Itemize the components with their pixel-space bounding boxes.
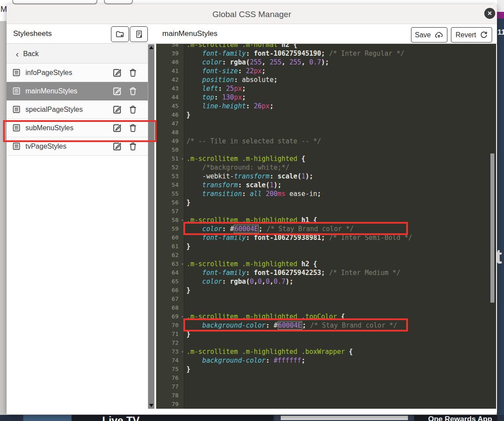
edit-stylesheet-button[interactable] <box>112 123 122 133</box>
code-line-40[interactable]: 40 color: rgba(255, 255, 255, 0.7); <box>156 58 496 67</box>
new-stylesheet-button[interactable] <box>130 26 148 42</box>
fold-gutter <box>179 242 186 251</box>
new-folder-button[interactable] <box>111 26 129 42</box>
code-line-72[interactable]: 72 <box>156 339 496 347</box>
line-number: 53 <box>156 172 179 181</box>
code-line-69[interactable]: 69▾.m-scrollitem .m-highlighted .topColo… <box>156 312 496 321</box>
code-line-45[interactable]: 45 line-height: 26px; <box>156 102 496 111</box>
fold-arrow-icon[interactable]: ▾ <box>179 216 186 225</box>
code-line-46[interactable]: 46} <box>156 111 496 119</box>
code-line-76[interactable]: 76 <box>156 374 496 382</box>
fold-arrow-icon[interactable]: ▾ <box>179 260 186 268</box>
code-line-54[interactable]: 54 transform: scale(1); <box>156 181 496 189</box>
code-line-78[interactable]: 78 <box>156 391 496 400</box>
delete-stylesheet-button[interactable] <box>128 141 138 152</box>
stylesheet-item-mainMenuStyles[interactable]: mainMenuStyles <box>7 82 148 100</box>
code-line-49[interactable]: 49/* -- Tile in selected state -- */ <box>156 137 496 146</box>
code-line-66[interactable]: 66} <box>156 286 496 295</box>
line-number: 55 <box>156 189 179 198</box>
code-tokens: .m-scrollitem .m-highlighted h2 { <box>186 260 496 268</box>
fold-arrow-icon[interactable]: ▾ <box>179 312 186 321</box>
code-line-47[interactable]: 47 <box>156 119 496 128</box>
line-number: 68 <box>156 303 179 312</box>
code-line-60[interactable]: 60 font-family: font-106275938981; /* In… <box>156 233 496 242</box>
line-number: 40 <box>156 58 179 67</box>
code-line-43[interactable]: 43 left: 25px; <box>156 84 496 93</box>
background-number: 11 <box>497 28 504 37</box>
code-line-55[interactable]: 55 transition: all 200ms ease-in; <box>156 189 496 198</box>
delete-stylesheet-button[interactable] <box>128 86 138 96</box>
edit-stylesheet-button[interactable] <box>112 141 122 152</box>
line-number: 48 <box>156 128 179 137</box>
code-tokens: font-size: 22px; <box>186 67 496 75</box>
sidebar-scrollbar[interactable] <box>148 44 154 409</box>
line-number: 70 <box>156 321 179 330</box>
code-line-57[interactable]: 57 <box>156 207 496 216</box>
fold-gutter <box>179 172 186 181</box>
fold-gutter <box>179 382 186 391</box>
code-line-59[interactable]: 59 color: #60004E; /* Stay Brand color *… <box>156 225 496 233</box>
close-button[interactable]: ✕ <box>484 8 495 19</box>
fold-gutter <box>179 339 186 347</box>
code-tokens: background-color: #60004E; /* Stay Brand… <box>186 321 496 330</box>
code-line-75[interactable]: 75} <box>156 365 496 374</box>
code-line-79[interactable]: 79 <box>156 400 496 409</box>
code-line-58[interactable]: 58▾.m-scrollitem .m-highlighted h1 { <box>156 216 496 225</box>
code-line-70[interactable]: 70 background-color: #60004E; /* Stay Br… <box>156 321 496 330</box>
edit-stylesheet-button[interactable] <box>112 86 122 96</box>
fold-gutter <box>179 49 186 58</box>
code-line-68[interactable]: 68 <box>156 303 496 312</box>
code-line-51[interactable]: 51▾.m-scrollitem .m-highlighted { <box>156 154 496 163</box>
code-line-62[interactable]: 62 <box>156 251 496 260</box>
revert-button[interactable]: Revert <box>451 27 492 43</box>
code-tokens: position: absolute; <box>186 75 496 84</box>
line-number: 78 <box>156 391 179 400</box>
code-line-38[interactable]: 38.m-scrollitem .m-normal h2 { <box>156 44 496 49</box>
code-line-63[interactable]: 63▾.m-scrollitem .m-highlighted h2 { <box>156 260 496 268</box>
screen: M 11 t Live TV One Rewards App Global CS… <box>0 0 504 421</box>
code-line-39[interactable]: 39 font-family: font-106275945190; /* In… <box>156 49 496 58</box>
stylesheet-item-specialPageStyles[interactable]: specialPageStyles <box>7 100 148 119</box>
code-line-73[interactable]: 73▾.m-scrollitem .m-highlighted .boxWrap… <box>156 347 496 356</box>
delete-stylesheet-button[interactable] <box>128 104 138 115</box>
code-line-77[interactable]: 77 <box>156 382 496 391</box>
edit-stylesheet-button[interactable] <box>112 104 122 115</box>
code-tokens <box>186 119 496 128</box>
code-line-44[interactable]: 44 top: 130px; <box>156 93 496 102</box>
code-lines: 38.m-scrollitem .m-normal h2 {39 font-fa… <box>156 44 496 409</box>
code-line-41[interactable]: 41 font-size: 22px; <box>156 67 496 75</box>
stylesheet-item-tvPageStyles[interactable]: tvPageStyles <box>7 137 148 156</box>
stylesheets-title: Stylesheets <box>13 29 52 38</box>
code-line-52[interactable]: 52 /*background: white;*/ <box>156 163 496 172</box>
stylesheet-item-infoPageStyles[interactable]: infoPageStyles <box>7 64 148 82</box>
code-line-50[interactable]: 50 <box>156 146 496 154</box>
code-tokens: transition: all 200ms ease-in; <box>186 189 496 198</box>
code-tokens: .m-scrollitem .m-highlighted .boxWrapper… <box>186 347 496 356</box>
code-line-53[interactable]: 53 -webkit-transform: scale(1); <box>156 172 496 181</box>
save-button[interactable]: Save <box>411 27 447 43</box>
edit-stylesheet-button[interactable] <box>112 68 122 78</box>
code-line-65[interactable]: 65 color: rgba(0,0,0,0.7); <box>156 277 496 286</box>
code-line-67[interactable]: 67 <box>156 295 496 303</box>
stylesheet-item-label: mainMenuStyles <box>25 87 77 95</box>
fold-arrow-icon[interactable]: ▾ <box>179 154 186 163</box>
code-line-64[interactable]: 64 font-family: font-106275942253; /* In… <box>156 268 496 277</box>
code-line-48[interactable]: 48 <box>156 128 496 137</box>
scroll-down-arrow-icon[interactable] <box>149 404 154 407</box>
code-line-74[interactable]: 74 background-color: #ffffff; <box>156 356 496 365</box>
delete-stylesheet-button[interactable] <box>128 68 138 78</box>
editor-scrollbar-thumb[interactable] <box>490 153 494 303</box>
stylesheet-item-subMenuStyles[interactable]: subMenuStyles <box>7 119 148 137</box>
back-item[interactable]: ‹ Back <box>7 44 148 64</box>
cloud-upload-icon <box>434 31 443 39</box>
fold-arrow-icon[interactable]: ▾ <box>179 347 186 356</box>
code-line-56[interactable]: 56} <box>156 198 496 207</box>
code-line-42[interactable]: 42 position: absolute; <box>156 75 496 84</box>
delete-stylesheet-button[interactable] <box>128 123 138 133</box>
stylesheet-list: infoPageStylesmainMenuStylesspecialPageS… <box>7 64 148 156</box>
code-line-61[interactable]: 61} <box>156 242 496 251</box>
code-line-71[interactable]: 71} <box>156 330 496 339</box>
stylesheet-item-label: infoPageStyles <box>25 69 72 77</box>
scroll-up-arrow-icon[interactable] <box>149 46 154 49</box>
css-code-editor[interactable]: 38.m-scrollitem .m-normal h2 {39 font-fa… <box>156 44 496 409</box>
